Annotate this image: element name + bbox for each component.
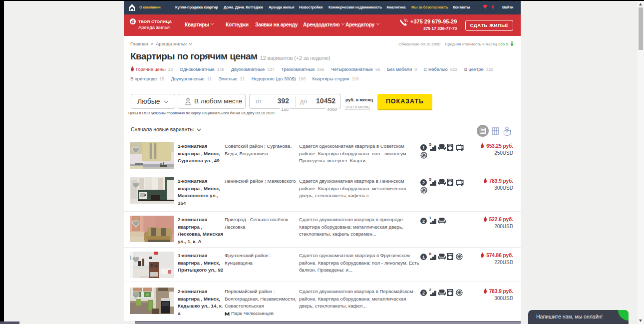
svg-text:2: 2 <box>422 219 425 224</box>
svg-text:2: 2 <box>422 180 425 185</box>
svg-text:1: 1 <box>422 145 425 150</box>
svg-text:2: 2 <box>422 291 425 296</box>
svg-text:1: 1 <box>422 255 425 260</box>
